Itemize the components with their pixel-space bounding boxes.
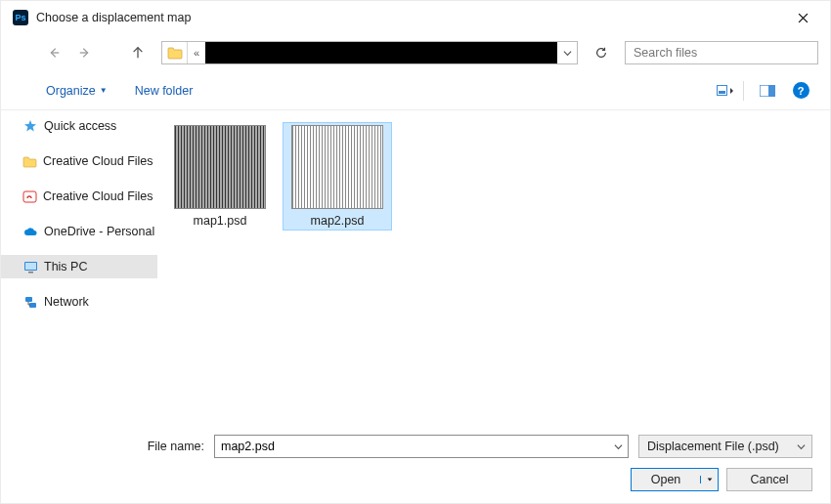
filename-label: File name:: [19, 440, 204, 453]
body: Quick access Creative Cloud Files Creati…: [1, 110, 830, 425]
svg-rect-2: [719, 91, 725, 94]
help-icon: ?: [793, 82, 809, 99]
creative-cloud-icon: [22, 189, 37, 204]
chevron-down-icon: [614, 442, 623, 451]
svg-rect-8: [28, 272, 33, 273]
sidebar: Quick access Creative Cloud Files Creati…: [1, 110, 157, 425]
folder-icon: [22, 153, 37, 169]
forward-button[interactable]: [71, 39, 99, 66]
preview-pane-icon: [760, 85, 775, 97]
filename-combobox[interactable]: [214, 435, 629, 458]
sidebar-item-label: Network: [44, 295, 89, 309]
open-button[interactable]: Open: [631, 468, 719, 491]
chevron-down-icon: [797, 442, 806, 451]
titlebar: Ps Choose a displacement map: [1, 1, 830, 34]
sidebar-item-network[interactable]: Network: [1, 290, 157, 314]
file-thumbnail: [291, 125, 383, 209]
monitor-icon: [22, 259, 38, 274]
arrow-left-icon: [47, 46, 61, 60]
sidebar-item-label: Creative Cloud Files P: [43, 189, 157, 203]
preview-pane-button[interactable]: [754, 79, 781, 103]
open-button-split[interactable]: [700, 476, 718, 483]
folder-icon: [162, 42, 188, 63]
cancel-button[interactable]: Cancel: [726, 468, 812, 491]
sidebar-item-creative-cloud-1[interactable]: Creative Cloud Files: [1, 149, 157, 173]
file-thumbnail: [174, 125, 266, 209]
path-overflow[interactable]: «: [188, 47, 205, 59]
nav-row: «: [1, 34, 830, 71]
sidebar-item-onedrive[interactable]: OneDrive - Personal: [1, 220, 157, 243]
filename-dropdown[interactable]: [608, 442, 628, 451]
sidebar-item-label: Creative Cloud Files: [43, 154, 153, 168]
path-redacted: [205, 42, 557, 63]
file-label: map2.psd: [311, 214, 365, 228]
refresh-icon: [594, 46, 608, 60]
file-list: map1.psd map2.psd: [157, 110, 830, 425]
back-button[interactable]: [40, 39, 67, 66]
search-input[interactable]: [632, 45, 811, 61]
svg-rect-9: [25, 297, 32, 302]
photoshop-app-icon: Ps: [13, 10, 28, 25]
cancel-button-label: Cancel: [751, 473, 789, 486]
close-icon: [798, 13, 809, 23]
organize-menu[interactable]: Organize ▼: [46, 84, 108, 98]
file-open-dialog: Ps Choose a displacement map «: [0, 0, 831, 504]
search-box[interactable]: [625, 41, 818, 64]
sidebar-item-label: This PC: [44, 260, 87, 273]
star-icon: [22, 118, 38, 134]
toolbar: Organize ▼ New folder ?: [1, 71, 830, 110]
network-icon: [22, 294, 38, 310]
file-item[interactable]: map1.psd: [165, 122, 275, 231]
filename-input[interactable]: [215, 440, 608, 453]
chevron-down-icon: [563, 49, 572, 58]
window-title: Choose a displacement map: [36, 11, 783, 24]
file-label: map1.psd: [194, 214, 247, 228]
footer: File name: Displacement File (.psd) Open: [1, 425, 830, 503]
new-folder-label: New folder: [135, 84, 194, 98]
chevron-down-icon: ▼: [100, 86, 108, 95]
sidebar-item-quick-access[interactable]: Quick access: [1, 114, 157, 138]
filetype-select[interactable]: Displacement File (.psd): [638, 435, 812, 458]
cloud-icon: [22, 224, 38, 239]
refresh-button[interactable]: [588, 41, 615, 64]
svg-rect-4: [768, 85, 775, 97]
help-button[interactable]: ?: [787, 79, 814, 103]
address-bar[interactable]: «: [161, 41, 578, 64]
svg-rect-10: [29, 303, 36, 308]
file-item[interactable]: map2.psd: [283, 122, 392, 231]
svg-rect-7: [25, 263, 36, 270]
arrow-right-icon: [78, 46, 92, 60]
sidebar-item-this-pc[interactable]: This PC: [1, 255, 157, 278]
sidebar-item-label: OneDrive - Personal: [44, 225, 154, 238]
thumbnails-view-icon: [717, 84, 734, 98]
address-dropdown[interactable]: [557, 49, 577, 58]
filetype-label: Displacement File (.psd): [647, 440, 779, 453]
close-button[interactable]: [783, 4, 822, 31]
open-button-label: Open: [632, 473, 700, 486]
up-button[interactable]: [124, 39, 152, 66]
caret-down-icon: [706, 476, 714, 483]
organize-label: Organize: [46, 84, 96, 98]
sidebar-item-creative-cloud-2[interactable]: Creative Cloud Files P: [1, 185, 157, 208]
sidebar-item-label: Quick access: [44, 119, 116, 133]
view-mode-button[interactable]: [712, 79, 739, 103]
arrow-up-icon: [131, 46, 145, 60]
new-folder-button[interactable]: New folder: [135, 84, 194, 98]
